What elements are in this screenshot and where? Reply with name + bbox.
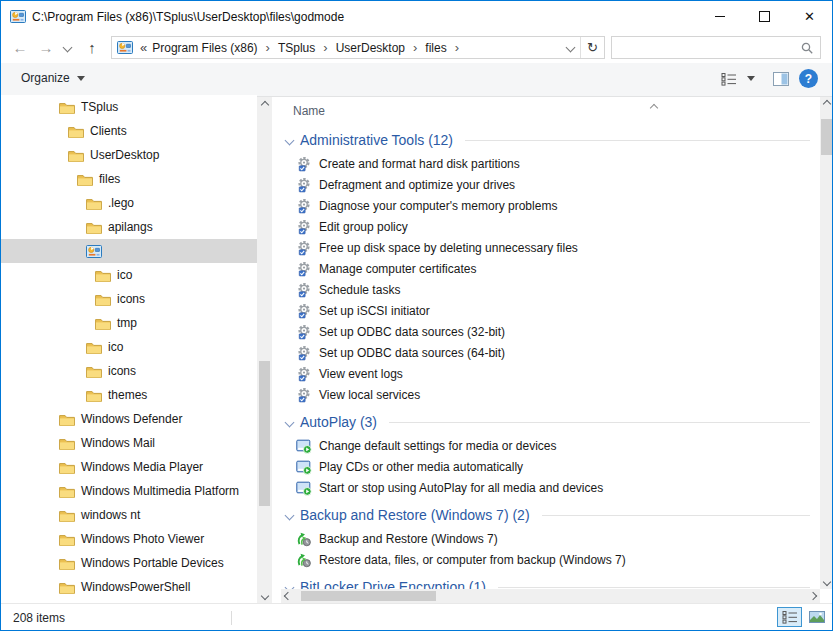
- tree-item[interactable]: Clients: [1, 119, 257, 143]
- tree-item-label: tmp: [117, 316, 137, 330]
- change-view-button[interactable]: [721, 72, 737, 86]
- tree-item-selected[interactable]: [1, 239, 257, 263]
- breadcrumb-separator-icon[interactable]: ›: [318, 40, 332, 55]
- tree-item[interactable]: .lego: [1, 191, 257, 215]
- group-items: Backup and Restore (Windows 7) Restore d…: [281, 526, 820, 572]
- control-panel-task-item[interactable]: View event logs: [281, 363, 820, 384]
- tree-item-label: windows nt: [81, 508, 140, 522]
- tree-item[interactable]: Windows Media Player: [1, 455, 257, 479]
- tree-item[interactable]: Windows Photo Viewer: [1, 527, 257, 551]
- group-header[interactable]: AutoPlay (3): [281, 411, 820, 433]
- tree-item[interactable]: Windows Portable Devices: [1, 551, 257, 575]
- control-panel-icon: [117, 41, 133, 54]
- minimize-button[interactable]: [697, 1, 742, 32]
- group-rule: [389, 422, 810, 423]
- control-panel-task-item[interactable]: Defragment and optimize your drives: [281, 174, 820, 195]
- address-bar[interactable]: « Program Files (x86)›TSplus›UserDesktop…: [111, 36, 605, 59]
- details-view-toggle[interactable]: [777, 607, 802, 627]
- breadcrumb-segment[interactable]: Program Files (x86): [149, 41, 260, 55]
- search-input[interactable]: [611, 36, 821, 59]
- column-header-row[interactable]: Name: [281, 97, 820, 125]
- maximize-button[interactable]: [742, 1, 787, 32]
- up-button[interactable]: ↑: [79, 35, 105, 60]
- tree-item[interactable]: themes: [1, 383, 257, 407]
- group-header[interactable]: Backup and Restore (Windows 7) (2): [281, 504, 820, 526]
- scroll-right-arrow[interactable]: [806, 589, 820, 603]
- control-panel-task-item[interactable]: Start or stop using AutoPlay for all med…: [281, 477, 820, 498]
- breadcrumb-separator-icon[interactable]: ›: [450, 40, 464, 55]
- tree-item[interactable]: Windows Defender: [1, 407, 257, 431]
- control-panel-task-item[interactable]: Free up disk space by deleting unnecessa…: [281, 237, 820, 258]
- tree-item[interactable]: apilangs: [1, 215, 257, 239]
- control-panel-task-item[interactable]: Edit group policy: [281, 216, 820, 237]
- control-panel-task-item[interactable]: Set up ODBC data sources (32-bit): [281, 321, 820, 342]
- address-dropdown-button[interactable]: [560, 37, 580, 58]
- tree-item-label: Windows Mail: [81, 436, 155, 450]
- tree-item[interactable]: icons: [1, 359, 257, 383]
- group-collapse-chevron-icon[interactable]: [286, 508, 293, 522]
- forward-button[interactable]: →: [33, 35, 59, 60]
- control-panel-task-item[interactable]: Backup and Restore (Windows 7): [281, 528, 820, 549]
- refresh-button[interactable]: ↻: [580, 37, 604, 58]
- group-collapse-chevron-icon[interactable]: [286, 133, 293, 147]
- folder-icon: [77, 173, 93, 186]
- tree-item[interactable]: icons: [1, 287, 257, 311]
- group-title[interactable]: AutoPlay (3): [300, 414, 377, 430]
- scroll-up-arrow[interactable]: [257, 97, 272, 112]
- control-panel-task-item[interactable]: Change default settings for media or dev…: [281, 435, 820, 456]
- large-icons-view-toggle[interactable]: [804, 607, 829, 627]
- control-panel-task-item[interactable]: Diagnose your computer's memory problems: [281, 195, 820, 216]
- control-panel-task-item[interactable]: Set up iSCSI initiator: [281, 300, 820, 321]
- breadcrumb-segment[interactable]: TSplus: [275, 41, 318, 55]
- help-button[interactable]: ?: [799, 69, 818, 88]
- tree-item[interactable]: tmp: [1, 311, 257, 335]
- group-header[interactable]: Administrative Tools (12): [281, 129, 820, 151]
- folder-icon: [95, 269, 111, 282]
- control-panel-task-item[interactable]: Set up ODBC data sources (64-bit): [281, 342, 820, 363]
- view-dropdown-triangle-icon[interactable]: [747, 76, 755, 81]
- scroll-down-arrow[interactable]: [257, 588, 272, 603]
- items-scrollbar-thumb[interactable]: [821, 119, 832, 155]
- back-button[interactable]: ←: [7, 35, 33, 60]
- organize-menu-button[interactable]: Organize: [21, 71, 85, 85]
- breadcrumb-overflow[interactable]: «: [138, 40, 149, 55]
- horizontal-scrollbar[interactable]: [281, 589, 820, 603]
- tree-item[interactable]: TSplus: [1, 95, 257, 119]
- group-collapse-chevron-icon[interactable]: [286, 415, 293, 429]
- tree-item[interactable]: windows nt: [1, 503, 257, 527]
- group-title[interactable]: Backup and Restore (Windows 7) (2): [300, 507, 530, 523]
- control-panel-task-item[interactable]: Restore data, files, or computer from ba…: [281, 549, 820, 570]
- close-button[interactable]: ✕: [787, 1, 832, 32]
- name-column-header[interactable]: Name: [293, 104, 325, 118]
- recent-locations-button[interactable]: [59, 35, 75, 60]
- group-title[interactable]: Administrative Tools (12): [300, 132, 453, 148]
- control-panel-task-item[interactable]: View local services: [281, 384, 820, 405]
- tree-item[interactable]: ico: [1, 335, 257, 359]
- tree-item[interactable]: Windows Mail: [1, 431, 257, 455]
- scroll-down-arrow[interactable]: [820, 575, 833, 589]
- tree-item[interactable]: ico: [1, 263, 257, 287]
- tree-scrollbar-thumb[interactable]: [259, 361, 270, 506]
- tree-item[interactable]: Windows Multimedia Platform: [1, 479, 257, 503]
- control-panel-task-item[interactable]: Create and format hard disk partitions: [281, 153, 820, 174]
- tree-scrollbar[interactable]: [257, 97, 272, 603]
- preview-pane-button[interactable]: [773, 72, 789, 86]
- tree-item[interactable]: UserDesktop: [1, 143, 257, 167]
- control-panel-task-item[interactable]: Manage computer certificates: [281, 258, 820, 279]
- tree-item[interactable]: WindowsPowerShell: [1, 575, 257, 599]
- tree-item-label: ico: [108, 340, 123, 354]
- breadcrumb-separator-icon[interactable]: ›: [261, 40, 275, 55]
- horizontal-scrollbar-thumb[interactable]: [301, 591, 436, 601]
- tree-item[interactable]: files: [1, 167, 257, 191]
- control-panel-task-item[interactable]: Schedule tasks: [281, 279, 820, 300]
- breadcrumb-separator-icon[interactable]: ›: [408, 40, 422, 55]
- control-panel-task-item[interactable]: Play CDs or other media automatically: [281, 456, 820, 477]
- scroll-up-arrow[interactable]: [820, 97, 833, 111]
- breadcrumb-segment[interactable]: files: [422, 41, 449, 55]
- items-scrollbar[interactable]: [820, 97, 833, 589]
- breadcrumb-segment[interactable]: UserDesktop: [333, 41, 408, 55]
- task-item-label: Free up disk space by deleting unnecessa…: [319, 241, 578, 255]
- folder-icon: [95, 317, 111, 330]
- scroll-left-arrow[interactable]: [281, 589, 295, 603]
- admin-tool-icon: [296, 345, 312, 361]
